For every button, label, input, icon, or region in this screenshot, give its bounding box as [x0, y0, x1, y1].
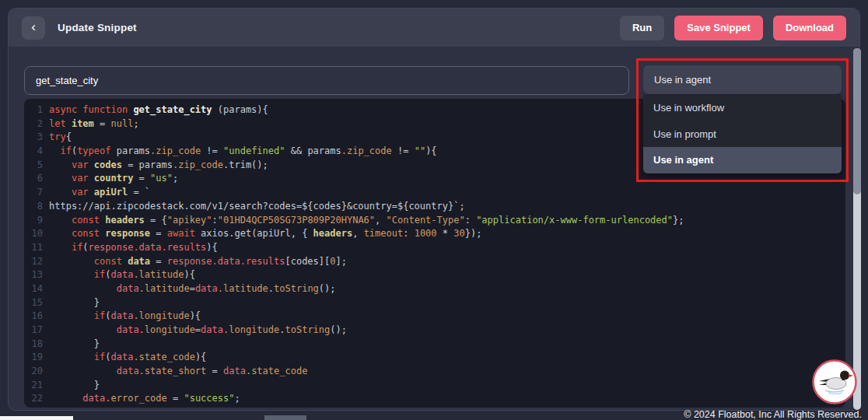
chevron-left-icon: ‹ [31, 19, 36, 35]
use-in-dropdown-toggle[interactable]: Use in agent [643, 65, 842, 94]
line-number: 22 [24, 392, 43, 406]
line-number: 13 [24, 268, 43, 282]
line-number: 12 [24, 255, 43, 269]
save-snippet-button[interactable]: Save Snippet [674, 16, 763, 40]
page-header: ‹ Update Snippet Run Save Snippet Downlo… [9, 9, 859, 47]
download-button[interactable]: Download [773, 16, 846, 40]
line-number: 15 [24, 296, 43, 310]
line-number: 8 [24, 200, 43, 214]
line-number: 3 [24, 131, 43, 145]
code-line: 9 const headers = {"apikey":"01HD4QCP50S… [24, 214, 845, 228]
line-number: 5 [24, 159, 43, 173]
vertical-scrollbar-thumb[interactable] [853, 48, 861, 194]
line-number: 10 [24, 227, 43, 241]
line-number: 17 [24, 324, 43, 338]
line-number: 1 [24, 103, 43, 117]
code-line: 14 data.latitude=data.latitude.toString(… [24, 282, 845, 296]
snippet-name-input[interactable] [24, 66, 629, 95]
line-number: 20 [24, 365, 43, 379]
dropdown-selected-value: Use in agent [654, 74, 711, 86]
line-number: 21 [24, 379, 43, 393]
line-number: 6 [24, 172, 43, 186]
code-line: 18 } [24, 338, 845, 352]
dropdown-option[interactable]: Use in agent [643, 147, 842, 173]
dropdown-option[interactable]: Use in workflow [643, 95, 842, 121]
page-title: Update Snippet [58, 22, 137, 33]
line-number: 18 [24, 338, 43, 352]
code-line: 13 if(data.latitude){ [24, 268, 845, 282]
line-number: 9 [24, 214, 43, 228]
line-number: 16 [24, 310, 43, 324]
code-line: 11 if(response.data.results){ [24, 241, 845, 255]
code-line: 20 data.state_short = data.state_code [24, 365, 845, 379]
run-button[interactable]: Run [620, 16, 664, 40]
vertical-scrollbar[interactable] [853, 48, 861, 410]
floatbot-logo[interactable] [811, 359, 858, 405]
code-line: 17 data.longitude=data.longitude.toStrin… [24, 324, 845, 338]
code-line: 7 var apiUrl = ` [24, 186, 845, 200]
code-line: 22 data.error_code = "success"; [24, 392, 845, 406]
dropdown-menu: Use in workflowUse in promptUse in agent [643, 95, 842, 173]
back-button[interactable]: ‹ [22, 16, 45, 40]
code-line: 8https://api.zipcodestack.com/v1/search?… [24, 200, 845, 214]
line-number: 4 [24, 145, 43, 159]
code-line: 15 } [24, 296, 845, 310]
code-line: 16 if(data.longitude){ [24, 310, 845, 324]
duck-logo-icon [811, 359, 858, 405]
dropdown-option[interactable]: Use in prompt [643, 121, 842, 148]
code-line: 12 const data = response.data.results[co… [24, 255, 845, 269]
line-number: 11 [24, 241, 43, 255]
line-number: 14 [24, 282, 43, 296]
line-number: 7 [24, 186, 43, 200]
code-line: 21 } [24, 379, 845, 393]
copyright-footer: © 2024 Floatbot, Inc All Rights Reserved… [0, 410, 868, 420]
annotation-highlight-box: Use in agent Use in workflowUse in promp… [636, 58, 849, 182]
code-line: 10 const response = await axios.get(apiU… [24, 227, 845, 241]
line-number: 2 [24, 117, 43, 131]
line-number: 19 [24, 351, 43, 365]
code-line: 19 if(data.state_code){ [24, 351, 845, 365]
